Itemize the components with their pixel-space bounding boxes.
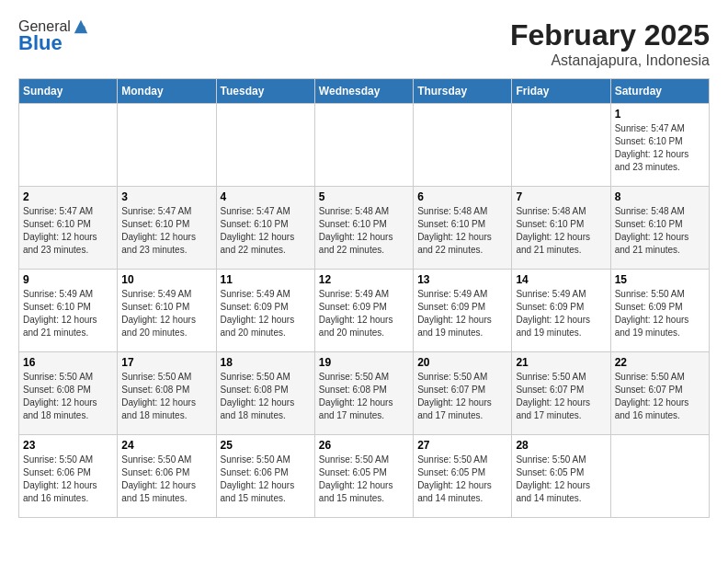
calendar-cell: 19Sunrise: 5:50 AMSunset: 6:08 PMDayligh… xyxy=(314,352,413,435)
calendar-week-4: 16Sunrise: 5:50 AMSunset: 6:08 PMDayligh… xyxy=(19,352,710,435)
day-info: Sunrise: 5:50 AMSunset: 6:09 PMDaylight:… xyxy=(615,288,705,339)
calendar-cell: 22Sunrise: 5:50 AMSunset: 6:07 PMDayligh… xyxy=(610,352,709,435)
day-info: Sunrise: 5:47 AMSunset: 6:10 PMDaylight:… xyxy=(121,205,211,257)
title-block: February 2025 Astanajapura, Indonesia xyxy=(510,18,710,69)
day-info: Sunrise: 5:47 AMSunset: 6:10 PMDaylight:… xyxy=(615,122,705,174)
calendar-cell xyxy=(118,104,216,187)
calendar-cell: 11Sunrise: 5:49 AMSunset: 6:09 PMDayligh… xyxy=(216,270,314,352)
day-number: 26 xyxy=(319,439,409,452)
day-info: Sunrise: 5:50 AMSunset: 6:05 PMDaylight:… xyxy=(516,454,606,505)
calendar-cell: 12Sunrise: 5:49 AMSunset: 6:09 PMDayligh… xyxy=(314,270,413,352)
day-info: Sunrise: 5:50 AMSunset: 6:06 PMDaylight:… xyxy=(23,454,113,505)
day-info: Sunrise: 5:50 AMSunset: 6:06 PMDaylight:… xyxy=(121,454,211,505)
calendar-week-3: 9Sunrise: 5:49 AMSunset: 6:10 PMDaylight… xyxy=(19,270,710,352)
day-number: 15 xyxy=(615,273,705,286)
calendar-cell: 2Sunrise: 5:47 AMSunset: 6:10 PMDaylight… xyxy=(19,187,118,270)
calendar-cell: 25Sunrise: 5:50 AMSunset: 6:06 PMDayligh… xyxy=(216,435,314,518)
page-header: General Blue February 2025 Astanajapura,… xyxy=(18,18,710,69)
day-number: 4 xyxy=(221,190,311,203)
day-info: Sunrise: 5:48 AMSunset: 6:10 PMDaylight:… xyxy=(417,205,507,257)
calendar-cell: 4Sunrise: 5:47 AMSunset: 6:10 PMDaylight… xyxy=(216,187,314,270)
day-number: 20 xyxy=(417,356,507,369)
calendar-cell xyxy=(216,104,314,187)
day-info: Sunrise: 5:47 AMSunset: 6:10 PMDaylight:… xyxy=(221,205,311,257)
day-number: 17 xyxy=(121,356,211,369)
calendar-week-1: 1Sunrise: 5:47 AMSunset: 6:10 PMDaylight… xyxy=(19,104,710,187)
calendar-cell: 7Sunrise: 5:48 AMSunset: 6:10 PMDaylight… xyxy=(512,187,610,270)
calendar-cell: 8Sunrise: 5:48 AMSunset: 6:10 PMDaylight… xyxy=(610,187,709,270)
page-title: February 2025 xyxy=(510,18,710,52)
weekday-header-friday: Friday xyxy=(512,79,610,104)
weekday-header-wednesday: Wednesday xyxy=(314,79,413,104)
day-number: 21 xyxy=(516,356,606,369)
day-info: Sunrise: 5:49 AMSunset: 6:10 PMDaylight:… xyxy=(121,288,211,339)
day-number: 3 xyxy=(121,190,211,203)
day-number: 22 xyxy=(615,356,705,369)
calendar-cell: 27Sunrise: 5:50 AMSunset: 6:05 PMDayligh… xyxy=(414,435,512,518)
day-info: Sunrise: 5:50 AMSunset: 6:05 PMDaylight:… xyxy=(319,454,409,505)
day-number: 2 xyxy=(23,190,113,203)
calendar-table: SundayMondayTuesdayWednesdayThursdayFrid… xyxy=(18,78,710,518)
calendar-cell: 6Sunrise: 5:48 AMSunset: 6:10 PMDaylight… xyxy=(414,187,512,270)
day-info: Sunrise: 5:48 AMSunset: 6:10 PMDaylight:… xyxy=(516,205,606,257)
logo: General Blue xyxy=(18,18,89,55)
calendar-cell: 9Sunrise: 5:49 AMSunset: 6:10 PMDaylight… xyxy=(19,270,118,352)
day-info: Sunrise: 5:49 AMSunset: 6:10 PMDaylight:… xyxy=(23,288,113,339)
day-info: Sunrise: 5:49 AMSunset: 6:09 PMDaylight:… xyxy=(319,288,409,339)
day-info: Sunrise: 5:50 AMSunset: 6:08 PMDaylight:… xyxy=(319,371,409,422)
calendar-cell: 18Sunrise: 5:50 AMSunset: 6:08 PMDayligh… xyxy=(216,352,314,435)
day-info: Sunrise: 5:50 AMSunset: 6:08 PMDaylight:… xyxy=(121,371,211,422)
day-number: 5 xyxy=(319,190,409,203)
weekday-header-thursday: Thursday xyxy=(414,79,512,104)
weekday-header-monday: Monday xyxy=(118,79,216,104)
calendar-cell: 28Sunrise: 5:50 AMSunset: 6:05 PMDayligh… xyxy=(512,435,610,518)
day-info: Sunrise: 5:50 AMSunset: 6:07 PMDaylight:… xyxy=(516,371,606,422)
day-number: 23 xyxy=(23,439,113,452)
calendar-week-2: 2Sunrise: 5:47 AMSunset: 6:10 PMDaylight… xyxy=(19,187,710,270)
weekday-header-tuesday: Tuesday xyxy=(216,79,314,104)
calendar-cell: 20Sunrise: 5:50 AMSunset: 6:07 PMDayligh… xyxy=(414,352,512,435)
weekday-header-row: SundayMondayTuesdayWednesdayThursdayFrid… xyxy=(19,79,710,104)
day-info: Sunrise: 5:48 AMSunset: 6:10 PMDaylight:… xyxy=(615,205,705,257)
day-number: 18 xyxy=(221,356,311,369)
day-number: 6 xyxy=(417,190,507,203)
calendar-cell: 15Sunrise: 5:50 AMSunset: 6:09 PMDayligh… xyxy=(610,270,709,352)
calendar-cell: 26Sunrise: 5:50 AMSunset: 6:05 PMDayligh… xyxy=(314,435,413,518)
calendar-cell: 5Sunrise: 5:48 AMSunset: 6:10 PMDaylight… xyxy=(314,187,413,270)
day-number: 19 xyxy=(319,356,409,369)
weekday-header-sunday: Sunday xyxy=(19,79,118,104)
page-subtitle: Astanajapura, Indonesia xyxy=(510,52,710,69)
calendar-cell: 10Sunrise: 5:49 AMSunset: 6:10 PMDayligh… xyxy=(118,270,216,352)
day-number: 16 xyxy=(23,356,113,369)
calendar-cell xyxy=(414,104,512,187)
calendar-cell: 3Sunrise: 5:47 AMSunset: 6:10 PMDaylight… xyxy=(118,187,216,270)
day-number: 14 xyxy=(516,273,606,286)
day-info: Sunrise: 5:49 AMSunset: 6:09 PMDaylight:… xyxy=(417,288,507,339)
day-info: Sunrise: 5:47 AMSunset: 6:10 PMDaylight:… xyxy=(23,205,113,257)
calendar-week-5: 23Sunrise: 5:50 AMSunset: 6:06 PMDayligh… xyxy=(19,435,710,518)
day-info: Sunrise: 5:48 AMSunset: 6:10 PMDaylight:… xyxy=(319,205,409,257)
calendar-cell: 14Sunrise: 5:49 AMSunset: 6:09 PMDayligh… xyxy=(512,270,610,352)
calendar-cell xyxy=(19,104,118,187)
day-info: Sunrise: 5:50 AMSunset: 6:08 PMDaylight:… xyxy=(221,371,311,422)
day-number: 28 xyxy=(516,439,606,452)
day-number: 12 xyxy=(319,273,409,286)
day-number: 9 xyxy=(23,273,113,286)
calendar-cell: 24Sunrise: 5:50 AMSunset: 6:06 PMDayligh… xyxy=(118,435,216,518)
day-number: 24 xyxy=(121,439,211,452)
day-number: 10 xyxy=(121,273,211,286)
day-info: Sunrise: 5:49 AMSunset: 6:09 PMDaylight:… xyxy=(221,288,311,339)
day-number: 7 xyxy=(516,190,606,203)
day-info: Sunrise: 5:50 AMSunset: 6:07 PMDaylight:… xyxy=(417,371,507,422)
calendar-cell: 13Sunrise: 5:49 AMSunset: 6:09 PMDayligh… xyxy=(414,270,512,352)
day-info: Sunrise: 5:49 AMSunset: 6:09 PMDaylight:… xyxy=(516,288,606,339)
logo-icon xyxy=(73,18,89,35)
day-number: 1 xyxy=(615,108,705,121)
day-info: Sunrise: 5:50 AMSunset: 6:05 PMDaylight:… xyxy=(417,454,507,505)
calendar-cell: 17Sunrise: 5:50 AMSunset: 6:08 PMDayligh… xyxy=(118,352,216,435)
day-number: 25 xyxy=(221,439,311,452)
calendar-cell: 21Sunrise: 5:50 AMSunset: 6:07 PMDayligh… xyxy=(512,352,610,435)
day-info: Sunrise: 5:50 AMSunset: 6:06 PMDaylight:… xyxy=(221,454,311,505)
day-number: 8 xyxy=(615,190,705,203)
calendar-cell xyxy=(314,104,413,187)
